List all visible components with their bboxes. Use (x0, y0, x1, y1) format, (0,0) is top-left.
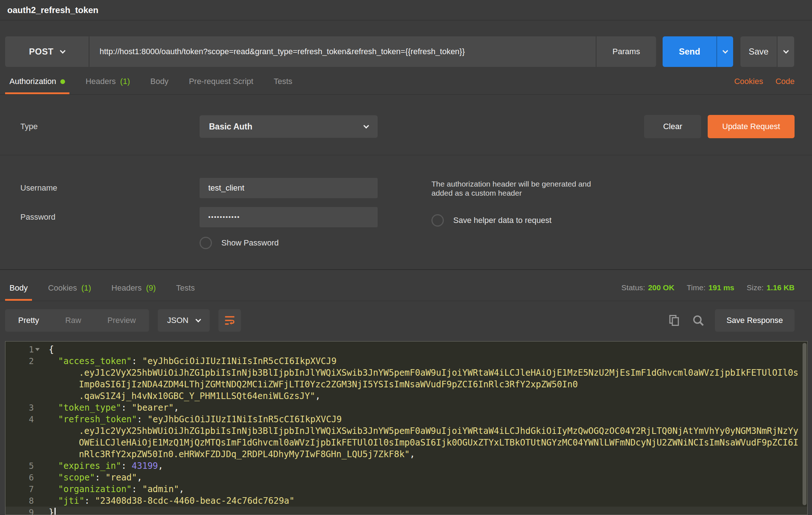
code-line: 7"organization": "admin", (5, 483, 807, 495)
params-button[interactable]: Params (596, 36, 656, 67)
request-title-bar: oauth2_refresh_token (0, 0, 812, 20)
password-value: ••••••••••• (208, 213, 240, 221)
authorization-panel: Type Basic Auth Clear Update Request Use… (0, 95, 812, 249)
code-link[interactable]: Code (775, 77, 795, 86)
fold-caret-icon[interactable] (35, 348, 40, 351)
username-field[interactable]: test_client (200, 178, 378, 198)
send-button[interactable]: Send (663, 36, 716, 67)
wrap-text-button[interactable] (218, 309, 241, 332)
username-label: Username (20, 183, 200, 193)
save-helper-checkbox[interactable] (431, 214, 444, 227)
line-number-gutter (5, 437, 41, 448)
copy-button[interactable] (667, 313, 682, 328)
send-split-button: Send (663, 36, 733, 67)
username-value: test_client (208, 183, 244, 193)
tab-tests[interactable]: Tests (269, 77, 297, 94)
type-label: Type (20, 122, 200, 131)
response-icon-buttons: Save Response (667, 309, 795, 332)
cookies-link[interactable]: Cookies (734, 77, 763, 86)
tab-headers[interactable]: Headers (1) (81, 77, 134, 94)
password-field[interactable]: ••••••••••• (200, 207, 378, 227)
show-password-row: Show Password (200, 237, 411, 249)
line-number-gutter: 5 (5, 460, 41, 472)
code-line: 3"token_type": "bearer", (5, 402, 807, 414)
response-tab-tests[interactable]: Tests (172, 283, 199, 301)
send-options-button[interactable] (716, 36, 733, 67)
url-group: POST http://host1:8000/oauth/token?scope… (5, 36, 656, 67)
response-status-group: Status:200 OK Time:191 ms Size:1.16 KB (622, 283, 795, 301)
response-editor[interactable]: 1{2"access_token": "eyJhbGciOiJIUzI1NiIs… (5, 341, 808, 515)
request-title: oauth2_refresh_token (7, 5, 812, 15)
headers-count-badge: (1) (120, 77, 130, 86)
url-value: http://host1:8000/oauth/token?scope=read… (100, 47, 465, 56)
tab-links: Cookies Code (734, 77, 795, 94)
save-split-button: Save (740, 36, 794, 67)
request-tabs: Authorization Headers (1) Body Pre-reque… (0, 67, 812, 95)
line-number-gutter (5, 390, 41, 402)
url-input[interactable]: http://host1:8000/oauth/token?scope=read… (89, 36, 596, 67)
auth-credentials: Username test_client Password ••••••••••… (20, 178, 411, 249)
chevron-down-icon (722, 48, 728, 53)
view-preview-button[interactable]: Preview (94, 316, 149, 325)
view-pretty-button[interactable]: Pretty (5, 316, 52, 325)
response-format-value: JSON (167, 316, 189, 325)
save-response-button[interactable]: Save Response (715, 309, 795, 332)
line-number-gutter (5, 367, 41, 379)
editor-scrollbar-thumb[interactable] (803, 343, 807, 505)
response-tab-cookies[interactable]: Cookies (1) (44, 283, 95, 301)
auth-type-row: Type Basic Auth Clear Update Request (20, 115, 795, 138)
status-badge: Status:200 OK (622, 283, 675, 292)
code-line: nRlc3RfY2xpZW50In0.eHRWxFZDJDq_2RDPL4Dhy… (5, 448, 807, 460)
code-line: Imp0aSI6IjIzNDA4ZDM4LThjZGMtNDQ2MC1iZWFj… (5, 379, 807, 390)
code-line: .qawS1Z4j_h4vNx10GBC_Y_PHM1LLSQt64eniWLG… (5, 390, 807, 402)
chevron-down-icon (783, 48, 789, 53)
tab-body[interactable]: Body (146, 77, 173, 94)
code-line: .eyJ1c2VyX25hbWUiOiJhZG1pbiIsInNjb3BlIjp… (5, 425, 807, 437)
view-mode-segmented-control: Pretty Raw Preview (5, 309, 149, 332)
auth-body: Username test_client Password ••••••••••… (20, 178, 795, 249)
text-cursor (55, 508, 56, 515)
save-options-button[interactable] (777, 36, 794, 67)
clear-button[interactable]: Clear (644, 115, 701, 138)
response-tab-headers[interactable]: Headers (9) (107, 283, 160, 301)
search-button[interactable] (691, 313, 706, 328)
save-helper-label: Save helper data to request (453, 216, 551, 225)
password-label: Password (20, 212, 200, 222)
auth-helper-note: The authorization header will be generat… (431, 179, 606, 197)
view-raw-button[interactable]: Raw (52, 316, 94, 325)
method-select[interactable]: POST (5, 36, 89, 67)
divider (0, 155, 812, 155)
show-password-label: Show Password (221, 238, 279, 248)
line-number-gutter: 2 (5, 355, 41, 367)
response-tabs: Body Cookies (1) Headers (9) Tests Statu… (0, 270, 812, 301)
tab-authorization[interactable]: Authorization (5, 77, 69, 94)
code-line: 1{ (5, 344, 807, 355)
save-button[interactable]: Save (740, 36, 777, 67)
line-number-gutter: 3 (5, 402, 41, 414)
search-icon (692, 314, 705, 327)
wrap-text-icon (224, 314, 236, 327)
save-helper-row: Save helper data to request (431, 214, 606, 227)
line-number-gutter: 7 (5, 483, 41, 495)
line-number-gutter (5, 425, 41, 437)
auth-type-select[interactable]: Basic Auth (200, 115, 378, 138)
cookies-count-badge: (1) (81, 283, 91, 293)
code-line: 9} (5, 507, 807, 515)
code-line: OWEiLCJleHAiOjE1MzQ1MjQzMTQsImF1dGhvcml0… (5, 437, 807, 448)
time-value: 191 ms (708, 283, 734, 292)
update-request-button[interactable]: Update Request (708, 115, 795, 138)
chevron-down-icon (196, 316, 201, 322)
response-format-select[interactable]: JSON (158, 309, 210, 332)
size-value: 1.16 KB (767, 283, 795, 292)
code-line: .eyJ1c2VyX25hbWUiOiJhZG1pbiIsInNjb3BlIjp… (5, 367, 807, 379)
line-number-gutter: 6 (5, 472, 41, 483)
show-password-checkbox[interactable] (200, 237, 212, 249)
auth-active-dot-icon (60, 79, 65, 84)
code-line: 4"refresh_token": "eyJhbGciOiJIUzI1NiIsI… (5, 414, 807, 425)
auth-buttons: Clear Update Request (644, 115, 795, 138)
tab-prerequest-script[interactable]: Pre-request Script (185, 77, 258, 94)
username-row: Username test_client (20, 178, 411, 198)
code-line: 5"expires_in": 43199, (5, 460, 807, 472)
method-label: POST (29, 47, 53, 57)
response-tab-body[interactable]: Body (5, 283, 32, 301)
